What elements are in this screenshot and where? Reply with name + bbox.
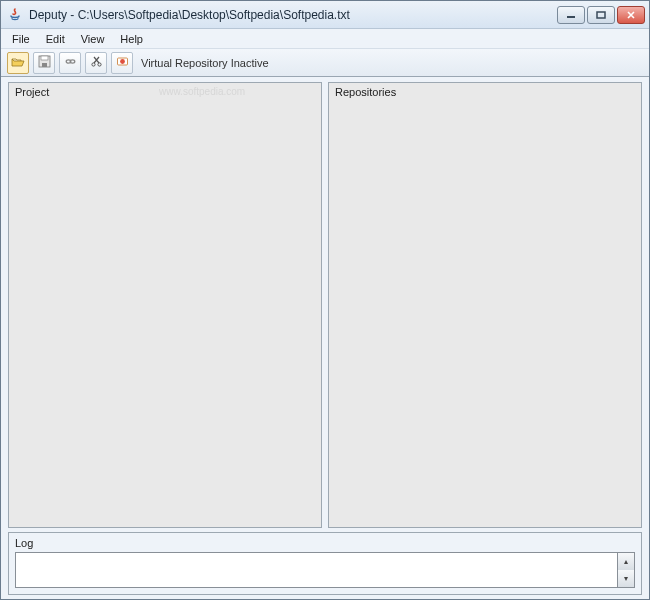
record-icon [116,55,129,70]
log-label: Log [15,535,635,552]
window-title: Deputy - C:\Users\Softpedia\Desktop\Soft… [29,8,551,22]
maximize-button[interactable] [587,6,615,24]
window-controls [557,6,645,24]
menu-view[interactable]: View [74,31,112,47]
menu-edit[interactable]: Edit [39,31,72,47]
save-icon [38,55,51,70]
close-button[interactable] [617,6,645,24]
toolbar-status: Virtual Repository Inactive [141,57,269,69]
chevron-up-icon: ▴ [624,557,628,566]
log-scrollbar[interactable]: ▴ ▾ [618,552,635,588]
java-icon [7,7,23,23]
link-button[interactable] [59,52,81,74]
project-panel-body[interactable] [9,102,321,527]
content-area: Project www.softpedia.com Repositories L… [1,77,649,599]
scroll-up-button[interactable]: ▴ [618,553,634,570]
titlebar[interactable]: Deputy - C:\Users\Softpedia\Desktop\Soft… [1,1,649,29]
cut-button[interactable] [85,52,107,74]
open-button[interactable] [7,52,29,74]
svg-point-7 [91,63,94,66]
log-textarea[interactable] [15,552,618,588]
svg-rect-4 [42,63,47,67]
save-button[interactable] [33,52,55,74]
scissors-icon [90,55,103,70]
link-icon [64,55,77,70]
svg-point-10 [120,59,125,64]
folder-open-icon [11,56,25,70]
menu-help[interactable]: Help [113,31,150,47]
log-section: Log ▴ ▾ [8,532,642,595]
svg-rect-3 [41,56,48,60]
menu-file[interactable]: File [5,31,37,47]
svg-rect-0 [567,16,575,18]
repositories-panel[interactable]: Repositories [328,82,642,528]
record-button[interactable] [111,52,133,74]
chevron-down-icon: ▾ [624,574,628,583]
repositories-panel-body[interactable] [329,102,641,527]
repositories-panel-header: Repositories [329,83,641,102]
scroll-down-button[interactable]: ▾ [618,570,634,587]
toolbar: Virtual Repository Inactive [1,49,649,77]
svg-point-8 [97,63,100,66]
application-window: Deputy - C:\Users\Softpedia\Desktop\Soft… [0,0,650,600]
panels-row: Project www.softpedia.com Repositories [8,82,642,528]
project-panel[interactable]: Project www.softpedia.com [8,82,322,528]
project-panel-header: Project [9,83,321,102]
menubar: File Edit View Help [1,29,649,49]
minimize-button[interactable] [557,6,585,24]
log-row: ▴ ▾ [15,552,635,588]
svg-rect-1 [597,12,605,18]
